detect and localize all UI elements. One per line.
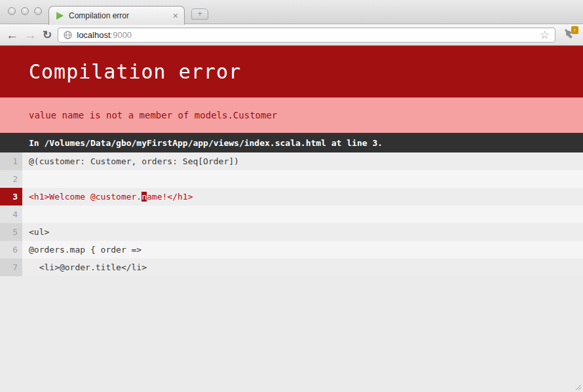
error-message-banner: value name is not a member of models.Cus… [0, 98, 583, 133]
page-content: Compilation error value name is not a me… [0, 46, 583, 392]
line-source: <ul> [22, 223, 583, 241]
line-number: 3 [0, 188, 22, 205]
minimize-window-button[interactable] [21, 7, 29, 15]
play-framework-icon [55, 11, 64, 20]
address-bar[interactable]: localhost:9000 ☆ [58, 27, 555, 43]
line-number: 2 [0, 170, 22, 188]
error-header: Compilation error [0, 46, 583, 98]
new-tab-button[interactable]: + [191, 9, 208, 20]
url-text: localhost:9000 [77, 30, 132, 40]
code-line: 1 @(customer: Customer, orders: Seq[Orde… [0, 152, 583, 170]
forward-button[interactable]: → [24, 29, 37, 41]
tab-title: Compilation error [69, 11, 168, 20]
line-source: @orders.map { order => [22, 241, 583, 258]
line-source: <h1>Welcome @customer.name!</h1> [22, 188, 583, 205]
url-host: localhost [77, 30, 110, 40]
zoom-window-button[interactable] [34, 7, 42, 15]
line-number: 6 [0, 241, 22, 258]
code-listing: 1 @(customer: Customer, orders: Seq[Orde… [0, 152, 583, 276]
code-line: 4 [0, 205, 583, 223]
line-number: 1 [0, 152, 22, 170]
back-button[interactable]: ← [6, 29, 18, 41]
url-port: :9000 [111, 30, 132, 40]
title-bar: Compilation error × + [0, 0, 583, 24]
code-line: 2 [0, 170, 583, 188]
tab-close-icon[interactable]: × [173, 11, 178, 20]
line-source: @(customer: Customer, orders: Seq[Order]… [22, 152, 583, 170]
error-marker: n [141, 192, 147, 202]
page-title: Compilation error [29, 60, 241, 83]
line-number: 7 [0, 258, 22, 276]
globe-icon [64, 31, 72, 39]
browser-menu-button[interactable]: ↑ [561, 27, 577, 42]
browser-window: Compilation error × + ← → ↻ localhost:90… [0, 0, 583, 392]
error-location-bar: In /Volumes/Data/gbo/myFirstApp/app/view… [0, 133, 583, 152]
code-line: 6 @orders.map { order => [0, 241, 583, 258]
code-line: 7 <li>@order.title</li> [0, 258, 583, 276]
browser-tab[interactable]: Compilation error × [48, 6, 185, 25]
error-message: value name is not a member of models.Cus… [29, 110, 277, 120]
code-line: 5 <ul> [0, 223, 583, 241]
code-line: 3 <h1>Welcome @customer.name!</h1> [0, 188, 583, 205]
line-source [22, 170, 583, 188]
bookmark-star-icon[interactable]: ☆ [540, 29, 550, 41]
line-source: <li>@order.title</li> [22, 258, 583, 276]
window-controls [8, 7, 42, 15]
reload-button[interactable]: ↻ [43, 28, 52, 42]
error-location: In /Volumes/Data/gbo/myFirstApp/app/view… [29, 138, 383, 148]
close-window-button[interactable] [8, 7, 16, 15]
line-source [22, 205, 583, 223]
line-number: 4 [0, 205, 22, 223]
update-badge: ↑ [571, 26, 578, 34]
navigation-toolbar: ← → ↻ localhost:9000 ☆ ↑ [0, 24, 583, 46]
line-number: 5 [0, 223, 22, 241]
resize-grip[interactable] [573, 382, 582, 391]
